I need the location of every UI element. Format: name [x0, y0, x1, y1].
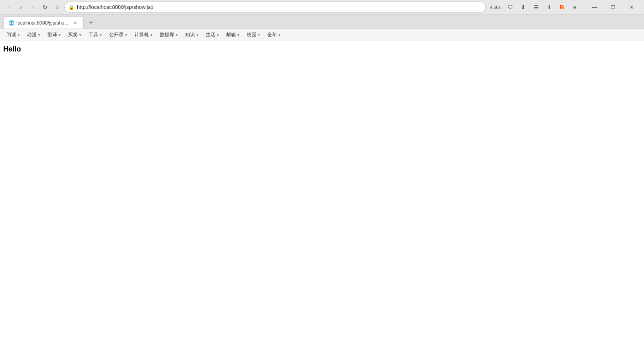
- maximize-button[interactable]: ❐: [604, 1, 622, 14]
- plus-icon: +: [89, 19, 93, 27]
- chevron-down-icon: ▾: [196, 33, 198, 37]
- active-tab[interactable]: 🌐 localhost:8080/jsp/show.js ✕: [3, 16, 84, 29]
- forward-button[interactable]: ›: [15, 2, 27, 13]
- bookmark-item-tools[interactable]: 工具 ▾: [85, 30, 105, 40]
- page-content: Hello: [0, 41, 644, 350]
- minimize-icon: —: [592, 4, 597, 10]
- address-bar-container: 🔒: [64, 2, 486, 13]
- tab-favicon-icon: 🌐: [8, 20, 14, 26]
- bookmark-item-anime[interactable]: 动漫 ▾: [24, 30, 43, 40]
- timer-badge: 4.66s: [487, 4, 503, 10]
- bookmark-item-email[interactable]: 邮箱 ▾: [223, 30, 243, 40]
- info-button[interactable]: ℹ: [543, 2, 555, 13]
- chevron-down-icon: ▾: [125, 33, 127, 37]
- chevron-down-icon: ▾: [176, 33, 178, 37]
- close-icon: ✕: [630, 4, 634, 10]
- refresh-button[interactable]: ↻: [39, 2, 51, 13]
- window-controls: — ❐ ✕: [585, 1, 641, 14]
- bookmark-label: 动漫: [27, 31, 37, 38]
- chevron-down-icon: ▾: [279, 33, 281, 37]
- bookmark-item-life[interactable]: 生活 ▾: [202, 30, 222, 40]
- bookmark-label: 公开课: [109, 31, 124, 38]
- tab-close-button[interactable]: ✕: [72, 20, 78, 26]
- bookmark-label: 校园: [247, 31, 256, 38]
- chevron-down-icon: ▾: [18, 33, 20, 37]
- bookmark-label: 阅读: [6, 31, 16, 38]
- bookmark-label: 计算机: [134, 31, 149, 38]
- shield-button[interactable]: 🛡: [505, 2, 516, 13]
- address-bar-wrapper: 🔒: [64, 2, 486, 13]
- home-icon: ⌂: [31, 4, 35, 10]
- bookmark-item-trade[interactable]: 买卖 ▾: [65, 30, 85, 40]
- chevron-down-icon: ▾: [79, 33, 81, 37]
- bookmark-item-read[interactable]: 阅读 ▾: [3, 30, 23, 40]
- info-icon: ℹ: [548, 4, 550, 10]
- chevron-down-icon: ▾: [237, 33, 239, 37]
- chevron-down-icon: ▾: [38, 33, 40, 37]
- download-button[interactable]: ⬇: [518, 2, 529, 13]
- download-icon: ⬇: [521, 4, 526, 10]
- shield-icon: 🛡: [508, 4, 513, 10]
- brave-button[interactable]: B: [556, 2, 568, 13]
- chevron-down-icon: ▾: [151, 33, 153, 37]
- bookmark-label: 生活: [206, 31, 215, 38]
- nav-controls: ‹ › ⌂ ↻ ☆: [3, 2, 63, 13]
- bookmark-label: 工具: [89, 31, 98, 38]
- chevron-down-icon: ▾: [258, 33, 260, 37]
- bookmark-label: 全年: [267, 31, 277, 38]
- bookmark-item-translate[interactable]: 翻译 ▾: [44, 30, 64, 40]
- tabs-bar: 🌐 localhost:8080/jsp/show.js ✕ +: [0, 14, 644, 29]
- minimize-button[interactable]: —: [585, 1, 604, 14]
- hamburger-icon: ≡: [573, 4, 576, 10]
- bookmark-label: 翻译: [47, 31, 57, 38]
- close-button[interactable]: ✕: [622, 1, 641, 14]
- bookmark-button[interactable]: ☆: [52, 2, 63, 13]
- back-button[interactable]: ‹: [3, 2, 14, 13]
- page-hello-text: Hello: [3, 45, 641, 54]
- bookmark-icon: ☆: [55, 4, 60, 10]
- chevron-down-icon: ▾: [100, 33, 102, 37]
- bookmark-label: 邮箱: [226, 31, 236, 38]
- tab-title: localhost:8080/jsp/show.js: [17, 20, 70, 26]
- brave-logo-icon: B: [560, 4, 564, 10]
- bookmark-label: 数据库: [160, 31, 174, 38]
- bookmark-item-campus[interactable]: 校园 ▾: [244, 30, 263, 40]
- bookmark-item-database[interactable]: 数据库 ▾: [157, 30, 181, 40]
- refresh-icon: ↻: [43, 4, 47, 10]
- chevron-down-icon: ▾: [217, 33, 219, 37]
- bookmark-item-opencourse[interactable]: 公开课 ▾: [106, 30, 130, 40]
- new-tab-button[interactable]: +: [85, 17, 97, 29]
- back-icon: ‹: [8, 4, 10, 10]
- bookmarks-bar: 阅读 ▾ 动漫 ▾ 翻译 ▾ 买卖 ▾ 工具 ▾ 公开课 ▾ 计算机 ▾ 数据库: [0, 29, 644, 41]
- maximize-icon: ❐: [611, 4, 615, 10]
- pocket-icon: ☰: [534, 4, 539, 10]
- title-bar-right: 4.66s 🛡 ⬇ ☰ ℹ B ≡ —: [487, 1, 641, 14]
- bookmark-item-knowledge[interactable]: 知识 ▾: [182, 30, 202, 40]
- home-button[interactable]: ⌂: [27, 2, 39, 13]
- pocket-button[interactable]: ☰: [530, 2, 542, 13]
- bookmark-item-computer[interactable]: 计算机 ▾: [131, 30, 156, 40]
- lock-icon: 🔒: [68, 4, 74, 10]
- browser-window: ‹ › ⌂ ↻ ☆ 🔒 4.66s 🛡: [0, 0, 644, 350]
- bookmark-label: 知识: [185, 31, 195, 38]
- menu-button[interactable]: ≡: [569, 2, 580, 13]
- bookmark-label: 买卖: [68, 31, 78, 38]
- bookmark-item-yearly[interactable]: 全年 ▾: [264, 30, 284, 40]
- address-input[interactable]: [64, 2, 486, 13]
- title-bar: ‹ › ⌂ ↻ ☆ 🔒 4.66s 🛡: [0, 0, 644, 14]
- forward-icon: ›: [20, 4, 22, 10]
- chevron-down-icon: ▾: [59, 33, 61, 37]
